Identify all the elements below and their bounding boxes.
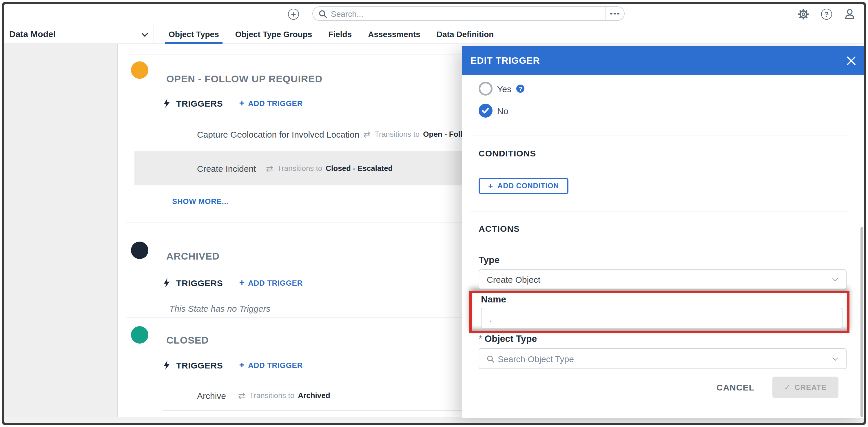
transitions-icon: ⇄ [266,163,273,174]
help-icon[interactable]: ? [821,9,832,20]
tab-fields[interactable]: Fields [325,24,355,44]
tab-data-definition[interactable]: Data Definition [433,24,497,44]
type-label: Type [478,255,846,265]
modal-header: EDIT TRIGGER [462,47,864,75]
triggers-header-archived: TRIGGERS + ADD TRIGGER [163,277,303,288]
app-window: + Search... [2,2,866,425]
name-label: Name [481,294,842,304]
lightning-icon [163,278,170,287]
radio-unchecked-icon[interactable] [478,82,493,96]
state-name-open: OPEN - FOLLOW UP REQUIRED [166,73,322,85]
cancel-button[interactable]: CANCEL [716,383,754,392]
check-icon: ✓ [784,383,790,392]
top-bar: + Search... [4,4,864,24]
help-tooltip-icon[interactable]: ? [517,85,525,93]
edit-trigger-modal: EDIT TRIGGER Yes ? No [462,47,864,418]
search-bar[interactable]: Search... [312,6,625,21]
search-icon [319,9,327,18]
chevron-down-icon [832,275,838,281]
more-options-icon[interactable] [606,13,624,15]
conditions-heading: CONDITIONS [478,148,846,158]
add-trigger-button-archived[interactable]: + ADD TRIGGER [239,277,303,288]
user-profile-icon[interactable] [844,8,856,20]
actions-heading: ACTIONS [478,224,846,234]
data-model-menu[interactable]: Data Model [9,24,56,43]
show-more-link[interactable]: SHOW MORE... [172,197,228,206]
object-type-label: *Object Type [478,334,846,343]
settings-gear-icon[interactable] [797,8,809,20]
secondary-nav: Data Model Object Types Object Type Grou… [4,24,864,44]
state-dot-closed [131,326,148,343]
object-type-placeholder: Search Object Type [498,354,574,364]
radio-option-no[interactable]: No [478,104,846,118]
nav-divider [154,24,154,43]
search-placeholder: Search... [331,9,605,18]
object-type-select[interactable]: Search Object Type [478,348,846,369]
radio-checked-icon[interactable] [478,104,493,118]
scrollbar-thumb[interactable] [860,227,863,417]
annotation-highlight-box: Name . [469,291,849,333]
tab-object-types[interactable]: Object Types [165,24,222,44]
modal-title: EDIT TRIGGER [470,56,540,66]
triggers-header-open: TRIGGERS + ADD TRIGGER [163,98,303,108]
modal-body: Yes ? No CONDITIONS + ADD CONDITION [462,75,857,418]
tab-assessments[interactable]: Assessments [365,24,424,44]
state-name-archived: ARCHIVED [166,251,220,263]
search-icon [487,355,494,362]
plus-icon: + [239,360,245,370]
name-input[interactable]: . [481,308,842,329]
nav-tabs: Object Types Object Type Groups Fields A… [165,24,497,44]
no-triggers-text: This State has no Triggers [169,304,271,313]
add-trigger-button-open[interactable]: + ADD TRIGGER [239,98,303,108]
add-trigger-button-closed[interactable]: + ADD TRIGGER [239,360,303,370]
plus-icon: + [239,277,245,288]
lightning-icon [163,360,170,370]
left-sidebar [4,44,118,417]
transitions-icon: ⇄ [363,129,371,139]
state-dot-open [131,61,148,79]
chevron-down-icon [832,355,838,361]
add-icon[interactable]: + [288,9,299,20]
plus-icon: + [239,98,245,108]
close-icon[interactable] [846,56,857,66]
lightning-icon [163,98,170,108]
chevron-down-icon [142,30,148,37]
modal-divider [470,135,848,136]
transitions-icon: ⇄ [238,390,245,401]
required-asterisk: * [478,334,482,343]
plus-icon: + [488,181,493,191]
create-button[interactable]: ✓ CREATE [772,376,838,398]
state-dot-archived [131,242,148,259]
modal-divider [470,211,848,211]
state-name-closed: CLOSED [166,335,209,346]
add-condition-button[interactable]: + ADD CONDITION [478,178,568,194]
triggers-header-closed: TRIGGERS + ADD TRIGGER [163,360,303,370]
type-select[interactable]: Create Object [478,269,846,289]
tab-object-type-groups[interactable]: Object Type Groups [232,24,316,44]
radio-option-yes[interactable]: Yes ? [478,82,846,96]
